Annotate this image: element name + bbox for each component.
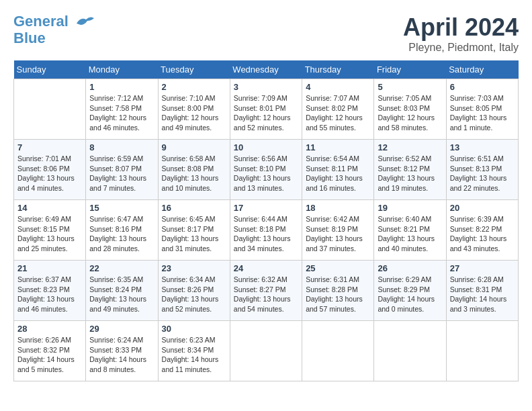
day-info: Sunrise: 6:31 AMSunset: 8:28 PMDaylight:… [306, 275, 370, 314]
calendar-cell: 27Sunrise: 6:28 AMSunset: 8:31 PMDayligh… [446, 261, 518, 321]
day-number: 21 [17, 263, 82, 273]
calendar-cell: 13Sunrise: 6:51 AMSunset: 8:13 PMDayligh… [446, 140, 518, 200]
day-number: 7 [17, 142, 82, 152]
col-header-tuesday: Tuesday [158, 60, 230, 79]
day-info: Sunrise: 6:26 AMSunset: 8:32 PMDaylight:… [17, 335, 82, 375]
logo-text: General [13, 13, 95, 30]
day-number: 25 [306, 263, 370, 273]
calendar-cell: 24Sunrise: 6:32 AMSunset: 8:27 PMDayligh… [230, 261, 302, 321]
logo: General Blue [13, 13, 95, 46]
day-number: 11 [306, 142, 370, 152]
day-info: Sunrise: 6:40 AMSunset: 8:21 PMDaylight:… [378, 214, 442, 254]
col-header-thursday: Thursday [302, 60, 374, 79]
day-info: Sunrise: 6:54 AMSunset: 8:11 PMDaylight:… [306, 154, 370, 193]
calendar-cell: 19Sunrise: 6:40 AMSunset: 8:21 PMDayligh… [374, 200, 446, 261]
location-subtitle: Pleyne, Piedmont, Italy [403, 42, 519, 54]
day-number: 19 [378, 203, 442, 213]
day-info: Sunrise: 6:24 AMSunset: 8:33 PMDaylight:… [89, 335, 154, 375]
calendar-cell: 26Sunrise: 6:29 AMSunset: 8:29 PMDayligh… [374, 261, 446, 321]
calendar-cell [230, 321, 302, 381]
day-info: Sunrise: 6:28 AMSunset: 8:31 PMDaylight:… [450, 275, 515, 314]
calendar-cell: 14Sunrise: 6:49 AMSunset: 8:15 PMDayligh… [14, 200, 86, 261]
col-header-monday: Monday [86, 60, 158, 79]
day-info: Sunrise: 6:44 AMSunset: 8:18 PMDaylight:… [234, 214, 298, 254]
calendar-cell: 1Sunrise: 7:12 AMSunset: 7:58 PMDaylight… [86, 79, 158, 140]
month-title: April 2024 [403, 13, 519, 42]
day-info: Sunrise: 7:05 AMSunset: 8:03 PMDaylight:… [378, 93, 442, 133]
calendar-table: SundayMondayTuesdayWednesdayThursdayFrid… [13, 60, 519, 381]
day-number: 3 [234, 82, 298, 92]
calendar-cell: 2Sunrise: 7:10 AMSunset: 8:00 PMDaylight… [158, 79, 230, 140]
calendar-cell: 9Sunrise: 6:58 AMSunset: 8:08 PMDaylight… [158, 140, 230, 200]
day-number: 23 [162, 263, 226, 273]
day-info: Sunrise: 7:07 AMSunset: 8:02 PMDaylight:… [306, 93, 370, 133]
day-number: 22 [89, 263, 154, 273]
logo-blue: Blue [13, 30, 95, 46]
calendar-cell: 30Sunrise: 6:23 AMSunset: 8:34 PMDayligh… [158, 321, 230, 381]
day-number: 28 [17, 324, 82, 334]
day-info: Sunrise: 7:10 AMSunset: 8:00 PMDaylight:… [162, 93, 226, 133]
day-info: Sunrise: 6:51 AMSunset: 8:13 PMDaylight:… [450, 154, 515, 193]
day-info: Sunrise: 6:56 AMSunset: 8:10 PMDaylight:… [234, 154, 298, 193]
calendar-cell: 11Sunrise: 6:54 AMSunset: 8:11 PMDayligh… [302, 140, 374, 200]
day-number: 6 [450, 82, 515, 92]
calendar-cell: 29Sunrise: 6:24 AMSunset: 8:33 PMDayligh… [86, 321, 158, 381]
calendar-cell: 25Sunrise: 6:31 AMSunset: 8:28 PMDayligh… [302, 261, 374, 321]
day-number: 18 [306, 203, 370, 213]
day-number: 13 [450, 142, 515, 152]
calendar-cell: 28Sunrise: 6:26 AMSunset: 8:32 PMDayligh… [14, 321, 86, 381]
calendar-cell: 21Sunrise: 6:37 AMSunset: 8:23 PMDayligh… [14, 261, 86, 321]
day-number: 26 [378, 263, 442, 273]
day-info: Sunrise: 7:03 AMSunset: 8:05 PMDaylight:… [450, 93, 515, 133]
calendar-cell: 18Sunrise: 6:42 AMSunset: 8:19 PMDayligh… [302, 200, 374, 261]
col-header-saturday: Saturday [446, 60, 518, 79]
day-info: Sunrise: 6:58 AMSunset: 8:08 PMDaylight:… [162, 154, 226, 193]
calendar-cell: 7Sunrise: 7:01 AMSunset: 8:06 PMDaylight… [14, 140, 86, 200]
calendar-week-row: 1Sunrise: 7:12 AMSunset: 7:58 PMDaylight… [14, 79, 519, 140]
day-number: 27 [450, 263, 515, 273]
calendar-cell: 4Sunrise: 7:07 AMSunset: 8:02 PMDaylight… [302, 79, 374, 140]
day-info: Sunrise: 6:35 AMSunset: 8:24 PMDaylight:… [89, 275, 154, 314]
day-info: Sunrise: 6:47 AMSunset: 8:16 PMDaylight:… [89, 214, 154, 254]
day-number: 10 [234, 142, 298, 152]
calendar-week-row: 28Sunrise: 6:26 AMSunset: 8:32 PMDayligh… [14, 321, 519, 381]
calendar-cell [14, 79, 86, 140]
col-header-sunday: Sunday [14, 60, 86, 79]
calendar-cell: 3Sunrise: 7:09 AMSunset: 8:01 PMDaylight… [230, 79, 302, 140]
day-info: Sunrise: 6:49 AMSunset: 8:15 PMDaylight:… [17, 214, 82, 254]
calendar-cell: 22Sunrise: 6:35 AMSunset: 8:24 PMDayligh… [86, 261, 158, 321]
calendar-week-row: 21Sunrise: 6:37 AMSunset: 8:23 PMDayligh… [14, 261, 519, 321]
calendar-cell: 20Sunrise: 6:39 AMSunset: 8:22 PMDayligh… [446, 200, 518, 261]
calendar-cell: 10Sunrise: 6:56 AMSunset: 8:10 PMDayligh… [230, 140, 302, 200]
calendar-week-row: 14Sunrise: 6:49 AMSunset: 8:15 PMDayligh… [14, 200, 519, 261]
col-header-wednesday: Wednesday [230, 60, 302, 79]
day-number: 16 [162, 203, 226, 213]
day-info: Sunrise: 6:32 AMSunset: 8:27 PMDaylight:… [234, 275, 298, 314]
calendar-cell [446, 321, 518, 381]
day-number: 5 [378, 82, 442, 92]
calendar-cell: 5Sunrise: 7:05 AMSunset: 8:03 PMDaylight… [374, 79, 446, 140]
calendar-cell: 16Sunrise: 6:45 AMSunset: 8:17 PMDayligh… [158, 200, 230, 261]
day-number: 1 [89, 82, 154, 92]
calendar-header-row: SundayMondayTuesdayWednesdayThursdayFrid… [14, 60, 519, 79]
logo-bird-icon [75, 14, 95, 30]
day-number: 15 [89, 203, 154, 213]
calendar-week-row: 7Sunrise: 7:01 AMSunset: 8:06 PMDaylight… [14, 140, 519, 200]
day-number: 4 [306, 82, 370, 92]
day-number: 14 [17, 203, 82, 213]
day-number: 29 [89, 324, 154, 334]
calendar-cell [374, 321, 446, 381]
day-number: 8 [89, 142, 154, 152]
day-info: Sunrise: 6:37 AMSunset: 8:23 PMDaylight:… [17, 275, 82, 314]
calendar-cell [302, 321, 374, 381]
day-number: 30 [162, 324, 226, 334]
day-info: Sunrise: 7:12 AMSunset: 7:58 PMDaylight:… [89, 93, 154, 133]
day-info: Sunrise: 6:34 AMSunset: 8:26 PMDaylight:… [162, 275, 226, 314]
day-info: Sunrise: 6:39 AMSunset: 8:22 PMDaylight:… [450, 214, 515, 254]
day-number: 17 [234, 203, 298, 213]
day-number: 12 [378, 142, 442, 152]
day-number: 9 [162, 142, 226, 152]
calendar-cell: 12Sunrise: 6:52 AMSunset: 8:12 PMDayligh… [374, 140, 446, 200]
day-info: Sunrise: 6:29 AMSunset: 8:29 PMDaylight:… [378, 275, 442, 314]
calendar-cell: 8Sunrise: 6:59 AMSunset: 8:07 PMDaylight… [86, 140, 158, 200]
